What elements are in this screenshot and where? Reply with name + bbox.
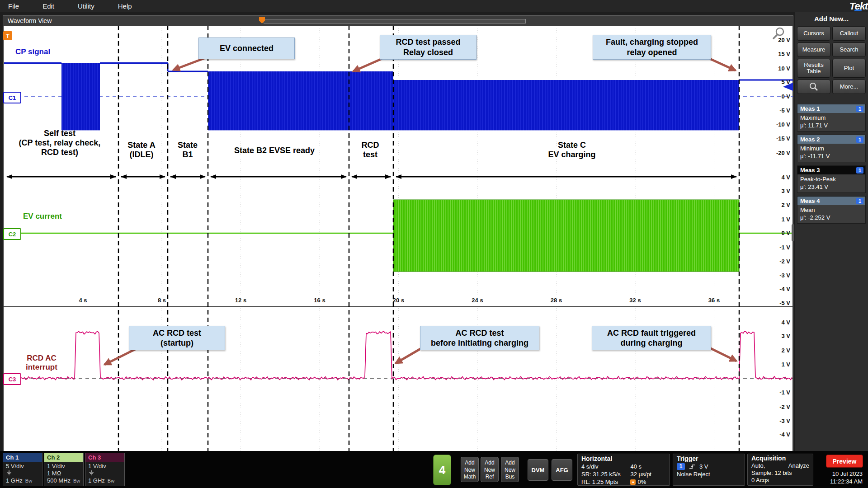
trigger-panel[interactable]: Trigger 1 3 V Noise Reject bbox=[673, 454, 745, 486]
channel-1-name: Ch 1 bbox=[3, 453, 42, 462]
channel-3-badge[interactable]: Ch 3 1 V/div 1 GHzBw bbox=[85, 453, 125, 486]
meas-1-card[interactable]: Meas 11 Maximum μ': 11.71 V bbox=[797, 104, 866, 131]
zoom-mode-button[interactable] bbox=[797, 80, 830, 94]
afg-button[interactable]: AFG bbox=[552, 459, 572, 481]
time-axis-label: 28 s bbox=[551, 297, 562, 304]
measure-button[interactable]: Measure bbox=[797, 42, 830, 57]
menu-file[interactable]: File bbox=[8, 2, 19, 10]
meas-3-value: μ': 23.41 V bbox=[800, 183, 863, 191]
state-label-self-test: Self test (CP test, relay check, RCD tes… bbox=[3, 129, 116, 158]
ev-scale-label: 0 V bbox=[781, 229, 790, 237]
acquisition-analyze: Analyze bbox=[788, 462, 809, 469]
cp-scale-label: -5 V bbox=[779, 107, 790, 115]
trigger-level: 3 V bbox=[699, 463, 708, 470]
meas-3-source-badge: 1 bbox=[856, 167, 863, 174]
horizontal-panel[interactable]: Horizontal 4 s/div 40 s SR: 31.25 kS/s 3… bbox=[577, 454, 670, 486]
panel-resize-handle[interactable] bbox=[792, 224, 794, 241]
menu-bar: File Edit Utility Help bbox=[0, 0, 868, 12]
callout-button[interactable]: Callout bbox=[832, 26, 866, 41]
rcd-scale-label: -3 V bbox=[779, 417, 790, 425]
expansion-point-icon: ▲ bbox=[630, 479, 636, 485]
cp-scale-label: 10 V bbox=[778, 65, 790, 73]
ev-scale-label: -3 V bbox=[779, 272, 790, 280]
horizontal-resolution: 32 μs/pt bbox=[630, 470, 651, 478]
acquisition-title: Acquisition bbox=[751, 455, 786, 462]
channel-2-bandwidth: 500 MHz bbox=[47, 477, 71, 484]
add-new-header: Add New... bbox=[797, 15, 866, 23]
meas-3-name: Meas 3 bbox=[800, 167, 820, 174]
oscilloscope-screen: File Edit Utility Help Tektronix Wavefor… bbox=[0, 0, 868, 488]
channel-2-name: Ch 2 bbox=[44, 453, 83, 462]
rising-edge-icon bbox=[689, 463, 696, 470]
callout-rcd-passed[interactable]: RCD test passed Relay closed bbox=[380, 35, 476, 60]
menu-help[interactable]: Help bbox=[118, 2, 132, 10]
meas-2-card[interactable]: Meas 21 Minimum μ': -11.71 V bbox=[797, 135, 866, 162]
meas-1-value: μ': 11.71 V bbox=[800, 122, 863, 129]
results-table-button[interactable]: Results Table bbox=[797, 59, 830, 78]
meas-2-name: Meas 2 bbox=[800, 136, 820, 143]
horizontal-title: Horizontal bbox=[581, 455, 612, 463]
menu-utility[interactable]: Utility bbox=[78, 2, 94, 10]
meas-1-source-badge: 1 bbox=[856, 106, 863, 112]
rcd-scale-label: -4 V bbox=[779, 431, 790, 439]
cursors-button[interactable]: Cursors bbox=[797, 26, 830, 41]
callout-fault[interactable]: Fault, charging stopped relay opened bbox=[593, 35, 711, 60]
results-bar: Add New... Cursors Callout Measure Searc… bbox=[795, 12, 868, 451]
callout-rcd-fault[interactable]: AC RCD fault triggered during charging bbox=[592, 326, 711, 350]
time-axis-label: 32 s bbox=[629, 297, 641, 304]
ev-scale-label: -2 V bbox=[779, 258, 790, 266]
tektronix-logo: Tektronix bbox=[849, 0, 862, 12]
cp-scale-label: 20 V bbox=[778, 36, 790, 44]
callout-rcd-before-charging[interactable]: AC RCD test before initiating charging bbox=[420, 326, 539, 350]
time-axis-label: 36 s bbox=[708, 297, 720, 304]
channel-2-impedance: 1 MΩ bbox=[47, 470, 80, 477]
preview-button[interactable]: Preview bbox=[826, 455, 863, 468]
graticule-area[interactable]: T C1 C2 C3 CP signal EV current RCD AC i… bbox=[3, 26, 793, 451]
search-button[interactable]: Search bbox=[832, 42, 866, 57]
time-axis-label: 20 s bbox=[393, 297, 404, 304]
meas-4-card[interactable]: Meas 41 Mean μ': -2.252 V bbox=[797, 196, 866, 224]
channel-2-scale: 1 V/div bbox=[47, 463, 80, 470]
waveform-view-title: Waveform View bbox=[8, 17, 52, 24]
time-axis-label: 12 s bbox=[235, 297, 246, 304]
channel-2-flag[interactable]: C2 bbox=[3, 228, 21, 240]
callout-rcd-startup[interactable]: AC RCD test (startup) bbox=[129, 326, 225, 350]
cp-scale-label: -10 V bbox=[776, 121, 790, 129]
channel-3-flag[interactable]: C3 bbox=[3, 373, 21, 385]
waveform-canvas bbox=[3, 26, 793, 451]
meas-1-name: Meas 1 bbox=[800, 105, 820, 112]
meas-3-type: Peak-to-Peak bbox=[800, 175, 863, 183]
ev-scale-label: 4 V bbox=[781, 174, 790, 182]
plot-button[interactable]: Plot bbox=[832, 59, 866, 78]
state-label-c: State C EV charging bbox=[518, 141, 626, 160]
time-axis-label: 4 s bbox=[79, 297, 87, 304]
channel-1-flag[interactable]: C1 bbox=[3, 92, 21, 103]
callout-ev-connected[interactable]: EV connected bbox=[198, 38, 295, 59]
date-time: 10 Jul 2023 11:22:34 AM bbox=[830, 470, 863, 485]
trigger-source-badge[interactable]: T bbox=[3, 31, 12, 40]
add-new-math-button[interactable]: Add New Math bbox=[461, 457, 479, 482]
menu-edit[interactable]: Edit bbox=[42, 2, 54, 10]
acquisition-panel[interactable]: Acquisition Auto, Analyze Sample: 12 bit… bbox=[747, 454, 813, 486]
horizontal-pan-rail[interactable] bbox=[264, 19, 526, 23]
horizontal-duration: 40 s bbox=[630, 463, 642, 470]
waveform-view-titlebar[interactable]: Waveform View bbox=[3, 16, 793, 26]
add-new-ref-button[interactable]: Add New Ref bbox=[481, 457, 499, 482]
ev-scale-label: 2 V bbox=[781, 201, 790, 209]
channel-1-badge[interactable]: Ch 1 5 V/div 1 GHzBw bbox=[3, 453, 42, 486]
add-new-bus-button[interactable]: Add New Bus bbox=[501, 457, 519, 482]
channel-1-scale: 5 V/div bbox=[6, 463, 39, 470]
channel-1-bw-tag: Bw bbox=[25, 477, 32, 484]
rcd-scale-label: -1 V bbox=[779, 389, 790, 397]
add-new-button-grid: Cursors Callout Measure Search Results T… bbox=[797, 26, 866, 94]
ev-scale-label: -5 V bbox=[779, 299, 790, 307]
horizontal-scale: 4 s/div bbox=[581, 463, 599, 470]
dvm-button[interactable]: DVM bbox=[528, 459, 548, 481]
channel-2-badge[interactable]: Ch 2 1 V/div 1 MΩ 500 MHzBw bbox=[44, 453, 84, 486]
meas-3-card[interactable]: Meas 31 Peak-to-Peak μ': 23.41 V bbox=[797, 165, 866, 193]
channel-4-button[interactable]: 4 bbox=[433, 455, 451, 485]
rcd-scale-label: 3 V bbox=[781, 332, 790, 340]
trigger-source-channel-badge: 1 bbox=[677, 463, 685, 470]
more-button[interactable]: More... bbox=[832, 80, 866, 94]
rcd-scale-label: 1 V bbox=[781, 361, 790, 369]
